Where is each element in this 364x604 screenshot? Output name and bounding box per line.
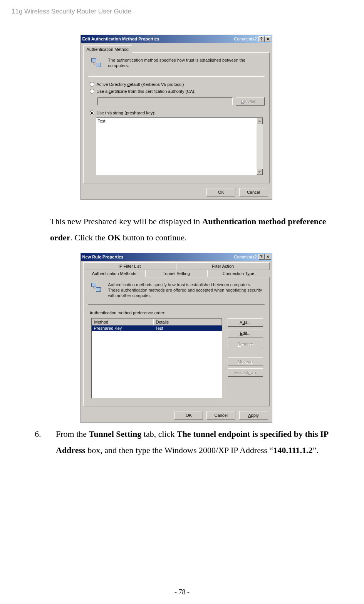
scroll-up-button[interactable] (257, 118, 263, 124)
remove-button: Remove (228, 340, 263, 348)
description-text: The authentication method specifies how … (108, 57, 262, 70)
radio-active-directory[interactable]: Active Directory default (Kerberos V5 pr… (90, 82, 263, 87)
scroll-track[interactable] (257, 124, 263, 169)
network-icon (91, 282, 103, 294)
dialog-button-row: OK Cancel (81, 186, 272, 200)
description-text: Authentication methods specify how trust… (108, 282, 262, 299)
move-down-button: Move down (228, 368, 263, 377)
col-details[interactable]: Details (153, 319, 222, 325)
cell-details: Test (153, 325, 222, 331)
radio-icon (90, 89, 94, 94)
titlebar: New Rule Properties Comments? ? × (81, 253, 272, 261)
tab-auth-methods[interactable]: Authentication Methods (83, 270, 145, 277)
close-button[interactable]: × (265, 36, 271, 42)
radio-label: Use this string (preshared key): (97, 111, 156, 115)
ok-button[interactable]: OK (174, 411, 203, 419)
browse-button: Browse... (236, 97, 265, 106)
tab-ip-filter-list[interactable]: IP Filter List (83, 262, 176, 270)
apply-button[interactable]: Apply (239, 411, 268, 419)
step-number: 6. (35, 426, 56, 458)
ok-button[interactable]: OK (206, 188, 235, 196)
radio-certificate[interactable]: Use a certificate from this certificatio… (90, 89, 263, 94)
dialog-body: The authentication method specifies how … (83, 52, 270, 183)
tab-auth-method[interactable]: Authentication Method (83, 45, 132, 53)
dialog-button-row: OK Cancel Apply (81, 409, 272, 423)
close-button[interactable]: × (265, 254, 271, 260)
radio-icon (90, 82, 94, 87)
list-buttons: Add... Edit... Remove Move up Move down (228, 318, 263, 377)
radio-label: Active Directory default (Kerberos V5 pr… (97, 82, 184, 87)
edit-auth-method-dialog: Edit Authentication Method Properties Co… (81, 35, 272, 200)
ca-input[interactable] (97, 97, 233, 105)
tab-tunnel-setting[interactable]: Tunnel Setting (145, 270, 207, 277)
list-header: Method Details (92, 319, 222, 325)
tab-strip: IP Filter List Filter Action Authenticat… (81, 261, 272, 277)
page-number: - 78 - (0, 588, 364, 596)
comments-link[interactable]: Comments? (234, 255, 257, 259)
step-content: From the Tunnel Setting tab, click The t… (56, 426, 341, 458)
cancel-button[interactable]: Cancel (206, 411, 235, 419)
divider (88, 76, 265, 77)
auth-method-list[interactable]: Method Details Preshared Key Test (91, 318, 222, 398)
add-button[interactable]: Add... (228, 318, 263, 327)
cell-method: Preshared Key (92, 325, 153, 331)
tab-connection-type[interactable]: Connection Type (207, 270, 269, 277)
body-paragraph: This new Preshared key will be displayed… (50, 213, 341, 246)
radio-preshared-key[interactable]: Use this string (preshared key): (90, 111, 263, 115)
dialog-body: Authentication methods specify how trust… (83, 277, 270, 407)
scrollbar[interactable] (257, 118, 263, 175)
help-button[interactable]: ? (258, 254, 265, 260)
radio-label: Use a certificate from this certificatio… (97, 89, 196, 94)
help-button[interactable]: ? (258, 36, 265, 42)
tab-row: Authentication Method (81, 43, 272, 52)
document-header: 11g Wireless Security Router User Guide (12, 8, 341, 15)
preshared-key-value: Test (96, 118, 257, 175)
new-rule-properties-dialog: New Rule Properties Comments? ? × IP Fil… (81, 253, 272, 423)
edit-button[interactable]: Edit... (228, 329, 263, 337)
dialog-title: New Rule Properties (82, 255, 234, 259)
network-icon (91, 57, 103, 70)
step-6: 6. From the Tunnel Setting tab, click Th… (35, 426, 341, 458)
list-row-selected[interactable]: Preshared Key Test (92, 325, 222, 331)
list-label: Authentication method preference order: (90, 310, 263, 315)
scroll-down-button[interactable] (257, 169, 263, 175)
move-up-button: Move up (228, 357, 263, 366)
divider (88, 304, 265, 305)
radio-icon-selected (90, 111, 94, 115)
comments-link[interactable]: Comments? (234, 37, 257, 41)
dialog-title: Edit Authentication Method Properties (82, 37, 234, 41)
titlebar: Edit Authentication Method Properties Co… (81, 35, 272, 43)
preshared-key-textarea[interactable]: Test (96, 117, 263, 175)
tab-filter-action[interactable]: Filter Action (176, 262, 270, 270)
col-method[interactable]: Method (92, 319, 153, 325)
cancel-button[interactable]: Cancel (239, 188, 268, 196)
